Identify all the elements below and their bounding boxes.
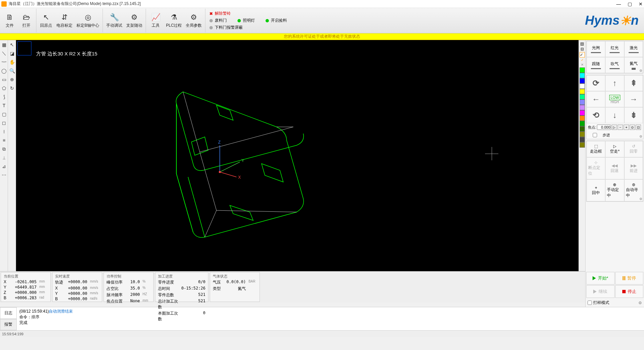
rect2-tool[interactable]: ▢ [1,111,7,118]
unload-alarm-toggle[interactable]: 下料门报警屏蔽 [215,25,243,30]
circle-tool[interactable]: ◯ [1,67,7,74]
back-button[interactable]: ◀◀回退 [605,157,624,179]
manual-button[interactable]: 🔧手动调试 [104,9,124,32]
feed-toggle[interactable]: 开启捡料 [271,18,287,23]
pan-tool[interactable]: ✋ [9,59,15,65]
follow-button[interactable]: 跟随 [587,57,605,73]
b-center-button[interactable]: ◎标定B轴中心 [74,9,101,32]
zoom-tool[interactable]: 🔍 [9,67,15,74]
pause-button[interactable]: 暂停 [615,272,644,285]
polygon-tool[interactable]: ⬠ [1,85,7,92]
layer-tool[interactable]: ⧉ [1,146,7,152]
minimize-button[interactable]: — [616,1,621,7]
home-button[interactable]: ↖回原点 [38,9,54,32]
curve-tool[interactable]: 〰 [1,59,7,65]
rotate-cw-button[interactable]: ⟳ [587,75,605,91]
gear-icon[interactable]: ⚙ [639,197,642,201]
layer-header-icon[interactable]: ▤ [580,41,585,46]
more-tool[interactable]: ⋯ [1,172,7,178]
z-up-button[interactable]: ⇞ [624,75,643,91]
frame-button[interactable]: ⬚走边框 [587,141,605,157]
arc-tool[interactable]: ⟆ [1,94,7,100]
focus-input[interactable] [597,125,611,130]
color-swatch[interactable] [580,94,585,100]
dim-tool[interactable]: ⊿ [1,163,7,170]
rect-tool[interactable]: ▭ [1,76,7,83]
speed-toggle[interactable]: LOWHIGH [605,91,624,107]
color-swatch[interactable] [580,73,585,78]
red-light-button[interactable]: 红光 [605,41,624,57]
color-visible-toggle[interactable]: ✓ [580,52,585,57]
open-button[interactable]: 🗁打开 [18,9,35,32]
zero-button[interactable]: ↺回零 [624,141,643,157]
plc-button[interactable]: ⚗PLC过程 [164,9,184,32]
text-tool[interactable]: T [1,102,7,109]
gear-icon[interactable]: ⚙ [639,69,642,72]
grid-icon[interactable]: ▦ [1,41,7,48]
measure-tool[interactable]: ⟂ [1,154,7,161]
light-toggle[interactable]: 照明灯 [243,18,255,23]
color-swatch[interactable] [580,121,585,126]
stop-button[interactable]: 停止 [615,285,644,298]
color-swatch[interactable] [580,89,585,94]
align-tool[interactable]: ≡ [1,137,7,144]
dry-run-button[interactable]: ▷空走* [605,141,624,157]
log-tab[interactable]: 日志 [0,307,17,319]
x-icon[interactable]: ✕ [580,63,585,67]
dots-tool[interactable]: ⁞ [1,128,7,135]
follow-button[interactable]: ⚙支架随动 [124,9,144,32]
pointer-tool[interactable]: ↖ [9,41,15,48]
color-swatch[interactable] [580,142,585,148]
z-down-button[interactable]: ⇟ [624,107,643,123]
jog-down-button[interactable]: ↓ [605,107,624,123]
line-tool[interactable]: ＼ [1,50,7,57]
focus-minus-button[interactable]: − [618,125,623,130]
focus-plus-button[interactable]: + [624,125,629,130]
manual-center-button[interactable]: ⊕手动定中 [605,179,624,201]
color-swatch[interactable] [580,83,585,89]
laser-button[interactable]: 激光 [624,41,643,57]
layer-toggle-icon[interactable]: ⊟ [580,47,585,51]
gear-icon[interactable]: ⚙ [639,135,642,138]
file-button[interactable]: 🗎文件 [1,9,18,32]
select-tool[interactable]: ◪ [9,50,15,57]
global-button[interactable]: ⚙全局参数 [184,9,204,32]
close-button[interactable]: ✕ [639,1,643,7]
maximize-button[interactable]: ▢ [628,1,632,7]
alarm-tab[interactable]: 报警 [0,319,17,331]
cap-calib-button[interactable]: ⇵电容标定 [54,9,74,32]
center-button[interactable]: ⌖回中 [587,179,605,201]
start-button[interactable]: 开始* [586,272,615,285]
breakpoint-button[interactable]: ⊹断点定位 [587,157,605,179]
focus-more-button[interactable]: ⊡ [636,125,641,130]
tools-button[interactable]: 📈工具 [147,9,164,32]
color-swatch[interactable] [580,105,585,110]
color-swatch[interactable] [580,126,585,132]
color-swatch[interactable] [580,110,585,116]
color-swatch[interactable] [580,78,585,83]
focus-reset-button[interactable]: ⊙ [630,125,635,130]
step-checkbox[interactable] [588,133,602,137]
check-icon[interactable]: ✓ [580,58,585,62]
shutter-button[interactable]: 光闸 [587,41,605,57]
blow-button[interactable]: 吹气 [605,57,624,73]
clear-alarm-button[interactable]: 解除警铃 [215,11,231,16]
jog-up-button[interactable]: ↑ [605,75,624,91]
rotate-ccw-button[interactable]: ⟲ [587,107,605,123]
rect3-tool[interactable]: ◻ [1,120,7,126]
jog-right-button[interactable]: → [624,91,643,107]
rotate-tool[interactable]: ↻ [9,85,15,92]
sample-mode-checkbox[interactable] [588,301,592,305]
scrap-door-toggle[interactable]: 废料门 [215,18,227,23]
continue-button[interactable]: 继续 [586,285,615,298]
color-swatch[interactable] [580,137,585,142]
color-swatch[interactable] [580,132,585,137]
jog-left-button[interactable]: ← [587,91,605,107]
gear-icon[interactable]: ⚙ [638,301,642,305]
color-swatch[interactable] [580,67,585,73]
zoom-fit-tool[interactable]: ⊕ [9,76,15,83]
forward-button[interactable]: ▶▶前进 [624,157,643,179]
viewport-3d[interactable]: 方管 边长30 X R2 X 长度15 Z Y X [16,40,579,271]
color-swatch[interactable] [580,116,585,121]
focus-go-button[interactable]: ▷ [612,125,617,130]
